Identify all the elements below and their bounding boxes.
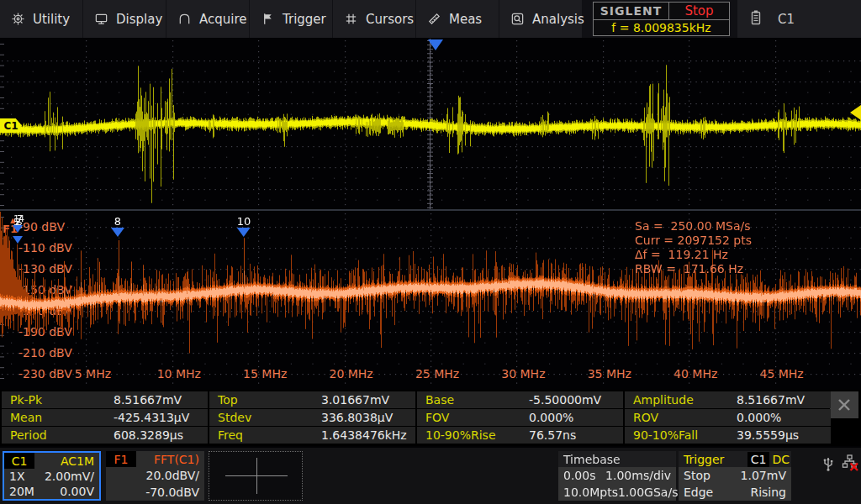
channel1-descriptor-box[interactable]: C1AC1M 1X2.00mV/ 20M0.00V xyxy=(3,451,101,501)
acquire-icon xyxy=(177,12,193,27)
measurement-cell-fov: FOV0.000% xyxy=(417,409,623,426)
oscilloscope-screen: UtilityDisplayAcquireTriggerCursorsMeasA… xyxy=(0,0,861,504)
panel-divider xyxy=(0,209,861,211)
measurement-value: 0.000% xyxy=(529,411,623,424)
measurement-label: Top xyxy=(209,393,321,407)
trigger-box[interactable]: TriggerC1DC Stop1.07mV EdgeRising xyxy=(679,451,791,501)
channel1-scale: 2.00mV/ xyxy=(45,470,94,483)
fft-descriptor-box[interactable]: F1FFT(C1) 20.0dBV/ -70.0dBV xyxy=(106,451,204,501)
fft-peak-marker-number: 10 xyxy=(237,216,251,227)
trigger-coupling: DC xyxy=(772,453,791,466)
fft-peak-marker-8[interactable]: 8 xyxy=(111,216,124,237)
menu-item-trigger[interactable]: Trigger xyxy=(250,0,332,38)
waveform-grid-canvas[interactable] xyxy=(0,39,861,210)
trigger-position-marker[interactable] xyxy=(428,39,443,50)
measurement-cell-top: Top3.01667mV xyxy=(209,391,415,408)
measurement-cell-10-90-rise: 10-90%Rise76.57ns xyxy=(417,427,623,444)
menu-item-label: Meas xyxy=(449,12,482,27)
channel1-bandwidth: 20M xyxy=(9,485,34,498)
menu-item-utility[interactable]: Utility xyxy=(0,0,82,38)
trigger-level-marker[interactable] xyxy=(850,105,861,120)
fft-peak-marker-number: 8 xyxy=(114,216,121,227)
crosshair-icon xyxy=(256,458,257,494)
usb-icon[interactable] xyxy=(821,454,836,475)
channel-list-icon xyxy=(749,9,763,29)
measurement-cell-pk-pk: Pk-Pk8.51667mV xyxy=(2,391,208,408)
fft-function: FFT(C1) xyxy=(136,453,204,466)
measurement-value: 0.000% xyxy=(737,411,831,424)
measurement-close-button[interactable] xyxy=(830,391,858,418)
measurement-cell-rov: ROV0.000% xyxy=(625,409,831,426)
measurement-label: FOV xyxy=(417,411,529,424)
trigger-source: C1 xyxy=(747,452,770,467)
measurement-cell-stdev: Stdev336.8038µV xyxy=(209,409,415,426)
measure-ruler-icon xyxy=(427,12,442,27)
measurement-cell-base: Base-5.50000mV xyxy=(417,391,623,408)
trigger-status: Stop xyxy=(684,469,710,482)
fft-chip: F1 xyxy=(106,451,136,467)
measurement-value: 39.5559µs xyxy=(737,428,831,442)
measurement-label: Stdev xyxy=(209,411,321,424)
channel1-coupling: AC1M xyxy=(34,454,99,468)
measurement-label: Freq xyxy=(209,428,321,442)
measurement-value: 3.01667mV xyxy=(321,393,415,407)
trigger-slope: Rising xyxy=(750,486,786,499)
menu-bar: UtilityDisplayAcquireTriggerCursorsMeasA… xyxy=(0,0,861,38)
menu-item-label: Utility xyxy=(33,12,70,27)
brand-status-box: SIGLENT Stop f = 8.009835kHz xyxy=(593,2,730,36)
display-icon xyxy=(94,12,109,27)
measurement-value: 336.8038µV xyxy=(321,411,415,424)
menu-item-analysis[interactable]: Analysis xyxy=(499,0,582,38)
close-icon xyxy=(837,397,852,412)
menu-item-label: Cursors xyxy=(366,12,414,27)
timebase-delay: 0.00s xyxy=(563,469,595,482)
menu-item-meas[interactable]: Meas xyxy=(416,0,499,38)
menu-item-label: Display xyxy=(116,12,162,27)
siglent-logo: SIGLENT xyxy=(594,3,669,19)
timebase-box[interactable]: Timebase 0.00s1.00ms/div 10.0Mpts1.00GSa… xyxy=(558,451,676,501)
marker-triangle-icon xyxy=(237,228,251,237)
measurement-row: Mean-425.4313µVStdev336.8038µVFOV0.000%R… xyxy=(2,409,832,426)
measurement-cell-mean: Mean-425.4313µV xyxy=(2,409,208,426)
menu-bar-items: UtilityDisplayAcquireTriggerCursorsMeasA… xyxy=(0,0,583,38)
timebase-title: Timebase xyxy=(558,451,676,467)
cursors-grid-icon xyxy=(344,12,359,27)
lan-disconnected-icon[interactable] xyxy=(841,454,859,475)
marker-triangle-icon xyxy=(111,228,124,237)
acquisition-status-badge[interactable]: Stop xyxy=(669,3,729,19)
analysis-magnifier-icon xyxy=(510,12,526,27)
flag-icon xyxy=(261,12,276,27)
channel1-offset: 0.00V xyxy=(60,485,94,498)
fft-peak-marker-10[interactable]: 10 xyxy=(237,216,251,237)
active-channel-indicator[interactable]: C1 xyxy=(737,0,861,38)
menu-item-cursors[interactable]: Cursors xyxy=(333,0,415,38)
status-bar: C1AC1M 1X2.00mV/ 20M0.00V F1FFT(C1) 20.0… xyxy=(0,448,861,504)
menu-item-label: Trigger xyxy=(283,12,326,27)
fft-marker-cluster-digit: 7 xyxy=(17,215,23,223)
measurement-value: 608.3289µs xyxy=(114,428,208,442)
measurement-cell-period: Period608.3289µs xyxy=(2,427,208,444)
menu-item-acquire[interactable]: Acquire xyxy=(166,0,249,38)
measurement-value: 1.6438476kHz xyxy=(321,428,415,442)
active-channel-label: C1 xyxy=(778,12,795,27)
trigger-type: Edge xyxy=(684,486,713,499)
menu-item-label: Analysis xyxy=(532,12,584,27)
measurement-value: 8.51667mV xyxy=(114,393,208,407)
measurement-cell-amplitude: Amplitude8.51667mV xyxy=(625,391,831,408)
trigger-title: Trigger xyxy=(684,453,747,466)
measurement-label: ROV xyxy=(625,411,737,424)
fft-info-readout: Sa = 250.00 MSa/s Curr = 2097152 pts Δf … xyxy=(635,219,752,276)
channel1-probe: 1X xyxy=(9,470,25,483)
gear-icon xyxy=(11,12,26,27)
measurement-row: Period608.3289µsFreq1.6438476kHz10-90%Ri… xyxy=(2,427,832,444)
timebase-points: 10.0Mpts xyxy=(563,486,618,499)
measurement-value: -425.4313µV xyxy=(114,411,208,424)
trigger-frequency-readout: f = 8.009835kHz xyxy=(594,20,729,35)
measurement-value: 76.57ns xyxy=(529,428,623,442)
menu-item-display[interactable]: Display xyxy=(83,0,166,38)
measurement-label: Base xyxy=(417,393,529,407)
measurement-cell-freq: Freq1.6438476kHz xyxy=(209,427,415,444)
measurement-table: Pk-Pk8.51667mVTop3.01667mVBase-5.50000mV… xyxy=(0,390,861,446)
add-trace-placeholder[interactable] xyxy=(209,451,303,501)
fft-offset: -70.0dBV xyxy=(145,486,199,499)
